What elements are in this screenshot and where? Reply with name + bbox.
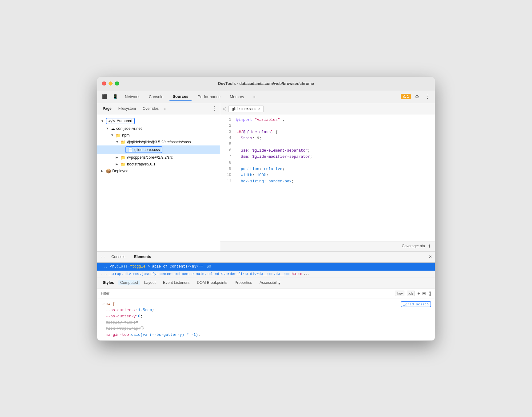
source-link[interactable]: _grid.scss:6 [401,301,431,307]
tab-elements[interactable]: Elements [131,253,154,260]
tree-item-deployed[interactable]: ▶ 📦 Deployed [97,168,220,174]
tree-item-authored[interactable]: ▼ </> Authored [97,117,220,125]
code-line-5: 5 [220,141,435,148]
tab-dom-breakpoints[interactable]: DOM Breakpoints [194,279,230,286]
hover-filter-btn[interactable]: :hov [395,291,404,296]
tab-performance[interactable]: Performance [194,93,224,100]
panel-more-icon[interactable]: » [162,106,167,111]
add-filter-icon[interactable]: + [417,291,420,296]
tab-computed[interactable]: Computed [118,280,140,285]
css-colon-3: : [122,320,125,326]
tab-more[interactable]: » [250,93,259,100]
popperjs-arrow: ▶ [116,156,119,159]
line-num-10: 10 [223,172,231,178]
tab-accessibility[interactable]: Accessibility [256,279,284,286]
tab-styles[interactable]: Styles [100,279,117,286]
tab-layout[interactable]: Layout [141,279,159,286]
maximize-button[interactable] [115,81,119,85]
code-tab-close-icon[interactable]: × [258,107,260,111]
minimize-button[interactable] [109,81,113,85]
tab-event-listeners[interactable]: Event Listeners [160,279,193,286]
tab-console[interactable]: Console [145,93,167,100]
breadcrumb-item-strap[interactable]: _strap. [109,272,123,276]
deployed-icon: 📦 [106,169,111,173]
css-colon-2: : [136,313,138,320]
code-line-4: 4 $this: &; [220,135,435,141]
device-icon[interactable]: 📱 [111,92,119,101]
tab-sources[interactable]: Sources [169,93,192,101]
line-num-9: 9 [223,166,231,172]
grid-filter-icon[interactable]: ⊞ [422,291,426,296]
css-rules: .row { _grid.scss:6 --bs-gutter-x : 1.5r… [97,299,435,340]
bottom-panel: ⋯ Console Elements × ... <h3 class= "tog… [97,251,435,340]
tab-network[interactable]: Network [121,93,143,100]
bottom-panel-close-icon[interactable]: × [429,254,432,260]
code-line-9: 9 position: relative; [220,166,435,172]
display-grid-icon: ▦ [136,320,138,325]
cdn-arrow: ▼ [106,127,109,130]
css-prop-margin-top: margin-top [106,332,129,338]
panel-back-icon[interactable]: ◁ [223,106,226,111]
breadcrumb-item-h3[interactable]: h3.tc [292,272,302,276]
coverage-upload-icon[interactable]: ⬆ [427,244,431,248]
css-val-margin-top: calc(var(--bs-gutter-y) * -1) [131,332,198,338]
css-semi-2: ; [141,313,143,320]
deployed-arrow: ▶ [101,169,105,173]
tree-item-glide-file[interactable]: 📄 glide.core.scss [97,145,220,154]
code-editor[interactable]: 1 @import "variables" ; 2 3 .#{$ [220,114,435,241]
folder-popperjs-icon: 📁 [121,155,126,160]
tab-page[interactable]: Page [100,105,115,112]
css-colon-1: : [136,307,138,313]
css-prop-display: display [106,320,122,326]
bottom-panel-menu-icon[interactable]: ⋯ [100,253,106,260]
css-rule-margin-top: margin-top : calc(var(--bs-gutter-y) * -… [101,332,431,338]
sources-panel-tabs: Page Filesystem Overrides » ⋮ [97,103,220,114]
tree-item-bootstrap[interactable]: ▶ 📁 bootstrap@5.0.1 [97,161,220,168]
close-button[interactable] [102,81,106,85]
dom-tag-gt: >Table of Contents</h3> [148,264,199,269]
popperjs-label: @popperjs/core@2.9.2/src [127,155,173,160]
folder-bootstrap-icon: 📁 [121,162,126,167]
breadcrumb-item-main[interactable]: main.col-md-9.order-first [196,272,249,276]
filter-input[interactable] [101,291,392,296]
code-line-8: 8 [220,160,435,166]
notification-badge[interactable]: ⚠ 1 [401,94,411,99]
tab-properties[interactable]: Properties [232,279,255,286]
panel-menu-icon[interactable]: ⋮ [212,105,217,112]
coverage-label: Coverage: n/a [402,244,425,248]
tab-memory[interactable]: Memory [226,93,248,100]
breadcrumb-path: ... _strap. div.row.justify-content-md-c… [97,271,435,277]
tree-item-npm[interactable]: ▼ 📁 npm [97,132,220,139]
css-val-display: flex [124,320,133,326]
breadcrumb-item-div-row[interactable]: div.row.justify-content-md-center [125,272,195,276]
tab-console[interactable]: Console [108,253,129,260]
line-num-7: 7 [223,154,231,160]
dom-selected-bar: ... <h3 class= "toggle" >Table of Conten… [97,263,435,271]
breadcrumb-dots[interactable]: ... [101,272,107,276]
css-selector: .row { [101,302,115,306]
css-rule-row: .row { _grid.scss:6 [101,301,431,307]
css-semi-5: ; [198,332,200,338]
tree-item-glideis[interactable]: ▼ 📁 @glideis/glide@3.5.2/src/assets/sass [97,139,220,145]
tree-item-cdn[interactable]: ▼ ☁ cdn.jsdelivr.net [97,125,220,132]
more-menu-icon[interactable]: ⋮ [423,92,432,101]
folder-glideis-icon: 📁 [121,140,126,145]
tree-item-popperjs[interactable]: ▶ 📁 @popperjs/core@2.9.2/src [97,154,220,161]
inspect-icon[interactable]: ⬛ [100,92,109,101]
settings-icon[interactable]: ⚙ [413,92,421,101]
devtools-window: DevTools - datacadamia.com/web/browser/c… [97,77,435,341]
flex-wrap-info-icon[interactable]: ⓘ [141,326,144,331]
code-line-2: 2 [220,123,435,129]
dom-ellipsis: ... [101,264,108,269]
code-tab-glide[interactable]: glide.core.scss × [228,105,264,112]
tab-filesystem[interactable]: Filesystem [115,105,139,112]
bootstrap-label: bootstrap@5.0.1 [127,162,156,166]
cls-filter-btn[interactable]: .cls [407,291,415,296]
scss-file-icon: 📄 [128,147,133,152]
panel-filter-icon[interactable]: ⟨| [428,291,431,296]
tab-overrides[interactable]: Overrides [140,105,162,112]
styles-tabs: Styles Computed Layout Event Listeners D… [97,277,435,288]
breadcrumb-item-div-toc[interactable]: div#dw__toc.dw__toc [250,272,290,276]
npm-arrow: ▼ [111,133,114,137]
code-content-3: .#{$glide-class} { [236,129,278,135]
